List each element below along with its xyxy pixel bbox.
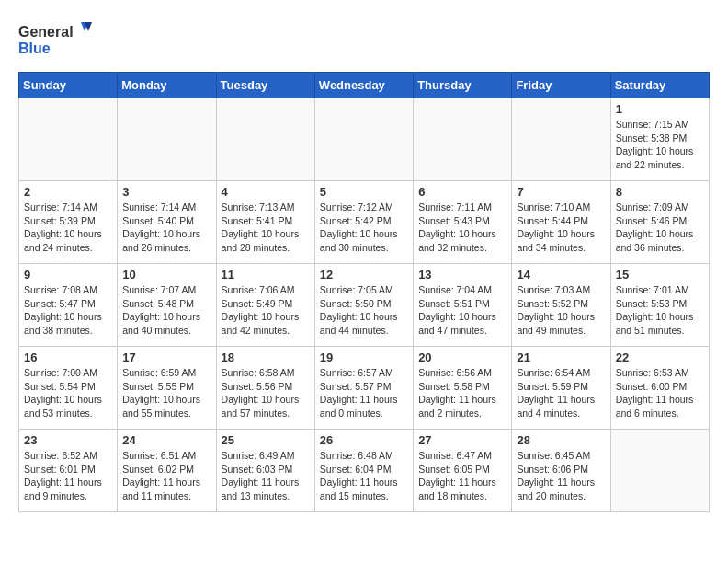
day-number: 16 [24, 350, 112, 364]
day-info: Sunrise: 6:57 AMSunset: 5:57 PMDaylight:… [320, 366, 408, 420]
day-info: Sunrise: 7:09 AMSunset: 5:46 PMDaylight:… [616, 201, 704, 255]
calendar-cell: 22Sunrise: 6:53 AMSunset: 6:00 PMDayligh… [610, 347, 709, 430]
day-number: 11 [222, 268, 310, 282]
day-header-thursday: Thursday [414, 73, 512, 98]
day-number: 12 [320, 268, 408, 282]
day-info: Sunrise: 6:45 AMSunset: 6:06 PMDaylight:… [517, 449, 605, 503]
day-info: Sunrise: 7:12 AMSunset: 5:42 PMDaylight:… [320, 201, 408, 255]
calendar-cell: 24Sunrise: 6:51 AMSunset: 6:02 PMDayligh… [118, 430, 216, 512]
calendar-cell: 25Sunrise: 6:49 AMSunset: 6:03 PMDayligh… [216, 430, 314, 512]
day-header-friday: Friday [512, 73, 610, 98]
day-info: Sunrise: 7:13 AMSunset: 5:41 PMDaylight:… [222, 201, 310, 255]
calendar-cell: 26Sunrise: 6:48 AMSunset: 6:04 PMDayligh… [314, 430, 413, 512]
day-info: Sunrise: 6:58 AMSunset: 5:56 PMDaylight:… [222, 366, 310, 420]
day-info: Sunrise: 7:05 AMSunset: 5:50 PMDaylight:… [320, 283, 408, 338]
day-info: Sunrise: 7:14 AMSunset: 5:39 PMDaylight:… [24, 201, 112, 255]
day-info: Sunrise: 7:08 AMSunset: 5:47 PMDaylight:… [24, 283, 112, 338]
day-number: 25 [222, 433, 310, 447]
logo: General Blue [18, 18, 92, 63]
day-header-saturday: Saturday [610, 73, 709, 98]
week-row-5: 23Sunrise: 6:52 AMSunset: 6:01 PMDayligh… [19, 430, 710, 512]
day-info: Sunrise: 6:51 AMSunset: 6:02 PMDaylight:… [122, 449, 210, 503]
calendar-cell: 23Sunrise: 6:52 AMSunset: 6:01 PMDayligh… [19, 430, 118, 512]
svg-text:Blue: Blue [18, 40, 51, 56]
day-info: Sunrise: 7:01 AMSunset: 5:53 PMDaylight:… [616, 283, 704, 338]
week-row-4: 16Sunrise: 7:00 AMSunset: 5:54 PMDayligh… [19, 347, 710, 430]
week-row-1: 1Sunrise: 7:15 AMSunset: 5:38 PMDaylight… [19, 98, 710, 181]
logo-svg: General Blue [18, 18, 92, 63]
page-header: General Blue [18, 18, 710, 63]
day-number: 17 [122, 350, 210, 364]
day-number: 6 [418, 185, 506, 199]
calendar-cell: 28Sunrise: 6:45 AMSunset: 6:06 PMDayligh… [512, 430, 610, 512]
calendar-cell: 27Sunrise: 6:47 AMSunset: 6:05 PMDayligh… [414, 430, 512, 512]
day-number: 13 [418, 268, 506, 282]
day-info: Sunrise: 6:59 AMSunset: 5:55 PMDaylight:… [122, 366, 210, 420]
day-info: Sunrise: 6:53 AMSunset: 6:00 PMDaylight:… [616, 366, 704, 420]
day-number: 1 [616, 102, 704, 116]
day-info: Sunrise: 7:14 AMSunset: 5:40 PMDaylight:… [122, 201, 210, 255]
day-number: 2 [24, 185, 112, 199]
day-info: Sunrise: 6:47 AMSunset: 6:05 PMDaylight:… [418, 449, 506, 503]
day-number: 18 [222, 350, 310, 364]
calendar-cell [19, 98, 118, 181]
calendar-cell: 20Sunrise: 6:56 AMSunset: 5:58 PMDayligh… [414, 347, 512, 430]
calendar-cell [414, 98, 512, 181]
day-number: 26 [320, 433, 408, 447]
day-header-sunday: Sunday [19, 73, 118, 98]
day-number: 3 [122, 185, 210, 199]
calendar-cell: 3Sunrise: 7:14 AMSunset: 5:40 PMDaylight… [118, 181, 216, 264]
calendar-cell: 6Sunrise: 7:11 AMSunset: 5:43 PMDaylight… [414, 181, 512, 264]
day-number: 23 [24, 433, 112, 447]
calendar-cell [118, 98, 216, 181]
day-info: Sunrise: 7:07 AMSunset: 5:48 PMDaylight:… [122, 283, 210, 338]
calendar-cell: 15Sunrise: 7:01 AMSunset: 5:53 PMDayligh… [610, 264, 709, 347]
calendar-cell: 4Sunrise: 7:13 AMSunset: 5:41 PMDaylight… [216, 181, 314, 264]
calendar-cell: 1Sunrise: 7:15 AMSunset: 5:38 PMDaylight… [610, 98, 709, 181]
day-info: Sunrise: 6:52 AMSunset: 6:01 PMDaylight:… [24, 449, 112, 503]
day-info: Sunrise: 7:10 AMSunset: 5:44 PMDaylight:… [517, 201, 605, 255]
week-row-2: 2Sunrise: 7:14 AMSunset: 5:39 PMDaylight… [19, 181, 710, 264]
calendar-cell: 19Sunrise: 6:57 AMSunset: 5:57 PMDayligh… [314, 347, 413, 430]
day-number: 27 [418, 433, 506, 447]
day-info: Sunrise: 6:56 AMSunset: 5:58 PMDaylight:… [418, 366, 506, 420]
day-number: 28 [517, 433, 605, 447]
calendar-cell: 9Sunrise: 7:08 AMSunset: 5:47 PMDaylight… [19, 264, 118, 347]
week-row-3: 9Sunrise: 7:08 AMSunset: 5:47 PMDaylight… [19, 264, 710, 347]
day-header-monday: Monday [118, 73, 216, 98]
calendar-cell: 17Sunrise: 6:59 AMSunset: 5:55 PMDayligh… [118, 347, 216, 430]
calendar-cell: 13Sunrise: 7:04 AMSunset: 5:51 PMDayligh… [414, 264, 512, 347]
day-header-wednesday: Wednesday [314, 73, 413, 98]
calendar-cell [314, 98, 413, 181]
calendar-table: SundayMondayTuesdayWednesdayThursdayFrid… [18, 72, 710, 512]
calendar-cell: 5Sunrise: 7:12 AMSunset: 5:42 PMDaylight… [314, 181, 413, 264]
day-info: Sunrise: 7:00 AMSunset: 5:54 PMDaylight:… [24, 366, 112, 420]
day-number: 22 [616, 350, 704, 364]
day-number: 21 [517, 350, 605, 364]
calendar-cell: 2Sunrise: 7:14 AMSunset: 5:39 PMDaylight… [19, 181, 118, 264]
day-number: 14 [517, 268, 605, 282]
day-number: 10 [122, 268, 210, 282]
day-number: 9 [24, 268, 112, 282]
day-header-tuesday: Tuesday [216, 73, 314, 98]
day-number: 4 [222, 185, 310, 199]
calendar-cell: 12Sunrise: 7:05 AMSunset: 5:50 PMDayligh… [314, 264, 413, 347]
day-info: Sunrise: 6:54 AMSunset: 5:59 PMDaylight:… [517, 366, 605, 420]
calendar-cell: 10Sunrise: 7:07 AMSunset: 5:48 PMDayligh… [118, 264, 216, 347]
day-info: Sunrise: 7:04 AMSunset: 5:51 PMDaylight:… [418, 283, 506, 338]
calendar-cell: 21Sunrise: 6:54 AMSunset: 5:59 PMDayligh… [512, 347, 610, 430]
day-info: Sunrise: 7:15 AMSunset: 5:38 PMDaylight:… [616, 118, 704, 172]
calendar-header-row: SundayMondayTuesdayWednesdayThursdayFrid… [19, 73, 710, 98]
calendar-cell [610, 430, 709, 512]
calendar-cell: 18Sunrise: 6:58 AMSunset: 5:56 PMDayligh… [216, 347, 314, 430]
day-number: 7 [517, 185, 605, 199]
day-number: 5 [320, 185, 408, 199]
day-info: Sunrise: 7:06 AMSunset: 5:49 PMDaylight:… [222, 283, 310, 338]
calendar-cell: 7Sunrise: 7:10 AMSunset: 5:44 PMDaylight… [512, 181, 610, 264]
calendar-cell: 16Sunrise: 7:00 AMSunset: 5:54 PMDayligh… [19, 347, 118, 430]
calendar-cell [512, 98, 610, 181]
day-number: 8 [616, 185, 704, 199]
calendar-cell: 14Sunrise: 7:03 AMSunset: 5:52 PMDayligh… [512, 264, 610, 347]
day-info: Sunrise: 7:03 AMSunset: 5:52 PMDaylight:… [517, 283, 605, 338]
day-info: Sunrise: 6:48 AMSunset: 6:04 PMDaylight:… [320, 449, 408, 503]
